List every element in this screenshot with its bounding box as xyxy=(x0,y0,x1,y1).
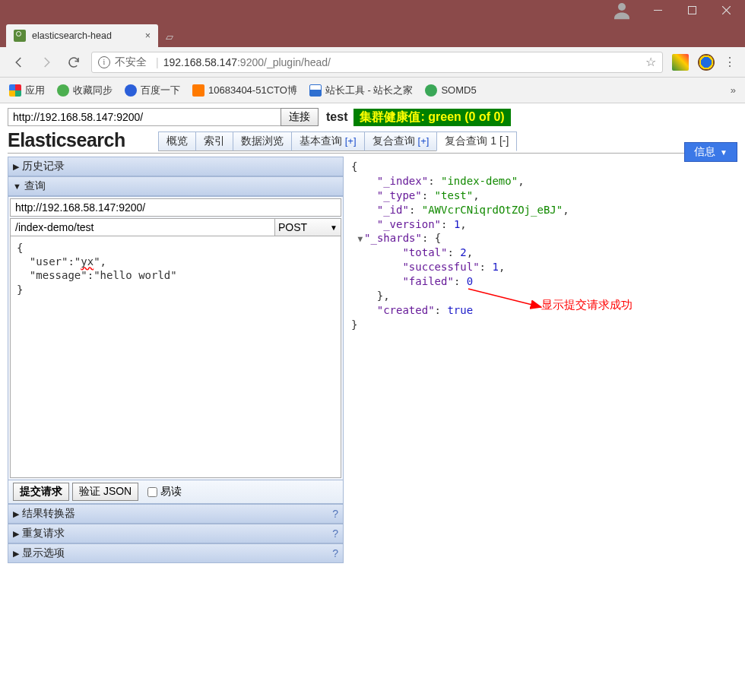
tab-compound-query[interactable]: 复合查询[+] xyxy=(364,131,438,151)
tab-strip: elasticsearch-head × ▱ xyxy=(0,21,745,47)
minimize-button[interactable] xyxy=(641,0,675,21)
address-bar: i 不安全 | 192.168.58.147:9200/_plugin/head… xyxy=(0,47,745,78)
bookmarks-overflow-icon[interactable]: » xyxy=(731,84,736,96)
bookmark-favicon-icon xyxy=(57,84,69,97)
query-path-input[interactable] xyxy=(10,218,275,236)
tab-close-icon[interactable]: × xyxy=(145,30,151,41)
response-viewer: { "_index": "index-demo", "_type": "test… xyxy=(344,157,737,700)
submit-request-button[interactable]: 提交请求 xyxy=(13,483,69,501)
chevron-down-icon: ▼ xyxy=(720,148,728,157)
window-titlebar xyxy=(0,0,745,21)
help-icon[interactable]: ? xyxy=(332,508,338,520)
query-form: POST▼ { "user":"yx", "message":"hello wo… xyxy=(8,196,344,480)
url-path: /_plugin/head/ xyxy=(264,56,331,68)
extension-icon-1[interactable] xyxy=(672,54,689,71)
browser-tab[interactable]: elasticsearch-head × xyxy=(6,24,158,47)
apps-grid-icon xyxy=(9,84,21,97)
close-button[interactable] xyxy=(709,0,743,21)
help-icon[interactable]: ? xyxy=(332,527,338,540)
bookmark-favicon-icon xyxy=(125,84,137,97)
bookmark-item[interactable]: 10683404-51CTO博 xyxy=(192,84,297,97)
triangle-down-icon: ▼ xyxy=(13,182,21,191)
es-head-app: 连接 test 集群健康值: green (0 of 0) Elasticsea… xyxy=(0,103,745,700)
connect-button[interactable]: 连接 xyxy=(281,108,319,126)
app-logo: Elasticsearch xyxy=(8,129,128,153)
cluster-health-badge: 集群健康值: green (0 of 0) xyxy=(353,109,510,126)
tab-browser[interactable]: 数据浏览 xyxy=(233,131,292,151)
triangle-right-icon: ▶ xyxy=(13,162,19,172)
tab-title: elasticsearch-head xyxy=(32,30,112,41)
svg-rect-2 xyxy=(689,7,696,14)
insecure-label: 不安全 xyxy=(115,55,147,69)
new-tab-icon[interactable]: ▱ xyxy=(166,31,173,43)
pretty-label: 易读 xyxy=(160,485,182,499)
bookmark-item[interactable]: 站长工具 - 站长之家 xyxy=(309,84,414,97)
bookmark-favicon-icon xyxy=(192,84,204,97)
help-icon[interactable]: ? xyxy=(332,547,338,559)
url-port: :9200 xyxy=(237,56,264,68)
pretty-checkbox[interactable] xyxy=(147,487,157,497)
bookmark-favicon-icon xyxy=(425,84,437,97)
address-input[interactable]: i 不安全 | 192.168.58.147:9200/_plugin/head… xyxy=(91,52,663,73)
reload-button[interactable] xyxy=(64,52,84,72)
triangle-right-icon: ▶ xyxy=(13,509,19,519)
chevron-down-icon: ▼ xyxy=(330,223,338,232)
chrome-menu-icon[interactable]: ⋮ xyxy=(724,55,736,69)
connect-url-input[interactable] xyxy=(8,108,281,126)
maximize-button[interactable] xyxy=(675,0,709,21)
panel-repeat-request[interactable]: ▶重复请求? xyxy=(8,524,344,543)
site-info-icon[interactable]: i xyxy=(98,56,110,68)
apps-button[interactable]: 应用 xyxy=(9,84,45,97)
triangle-right-icon: ▶ xyxy=(13,549,19,559)
validate-json-button[interactable]: 验证 JSON xyxy=(72,483,138,501)
query-body-textarea[interactable]: { "user":"yx", "message":"hello world" } xyxy=(10,236,341,478)
bookmark-item[interactable]: 收藏同步 xyxy=(57,84,113,97)
tab-compound-query-1[interactable]: 复合查询 1 [-] xyxy=(436,131,517,151)
tab-overview[interactable]: 概览 xyxy=(158,131,196,151)
extension-icon-2[interactable] xyxy=(698,54,715,71)
profile-icon[interactable] xyxy=(610,0,633,22)
back-button[interactable] xyxy=(9,52,29,72)
panel-display-options[interactable]: ▶显示选项? xyxy=(8,543,344,563)
forward-button[interactable] xyxy=(36,52,56,72)
triangle-right-icon: ▶ xyxy=(13,529,19,539)
annotation-arrow-icon xyxy=(465,286,549,316)
tab-basic-query[interactable]: 基本查询[+] xyxy=(291,131,365,151)
annotation-text: 显示提交请求成功 xyxy=(541,297,632,312)
bookmarks-bar: 应用 收藏同步 百度一下 10683404-51CTO博 站长工具 - 站长之家… xyxy=(0,78,745,103)
query-method-select[interactable]: POST▼ xyxy=(274,218,341,236)
tab-indices[interactable]: 索引 xyxy=(195,131,233,151)
query-server-input[interactable] xyxy=(10,198,341,217)
svg-line-6 xyxy=(468,289,541,307)
bookmark-star-icon[interactable]: ☆ xyxy=(645,55,656,69)
panel-query[interactable]: ▼查询 xyxy=(8,176,344,196)
panel-history[interactable]: ▶历史记录 xyxy=(8,157,344,176)
panel-result-transformer[interactable]: ▶结果转换器? xyxy=(8,504,344,524)
svg-point-0 xyxy=(618,3,626,11)
collapse-toggle-icon[interactable]: ▼ xyxy=(357,234,363,245)
bookmark-item[interactable]: 百度一下 xyxy=(125,84,180,97)
cluster-name: test xyxy=(326,110,347,124)
action-row: 提交请求 验证 JSON 易读 xyxy=(8,480,344,504)
url-host: 192.168.58.147 xyxy=(163,56,237,68)
favicon-icon xyxy=(14,30,26,42)
bookmark-favicon-icon xyxy=(309,84,322,97)
bookmark-item[interactable]: SOMD5 xyxy=(425,84,476,97)
